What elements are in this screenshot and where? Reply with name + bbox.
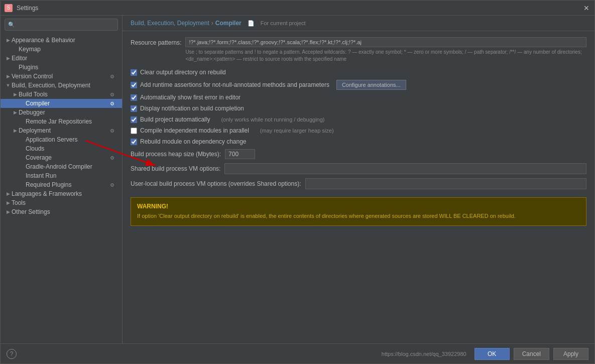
sidebar-item-label: Application Servers [26, 136, 118, 143]
window-title: Settings [17, 5, 582, 12]
sidebar-item-required-plugins[interactable]: Required Plugins ⚙ [1, 180, 122, 189]
expand-arrow [19, 136, 26, 143]
sidebar-item-clouds[interactable]: Clouds [1, 144, 122, 153]
expand-arrow [12, 46, 19, 53]
compiler-panel: Resource patterns: Use ; to separate pat… [123, 31, 594, 343]
clear-output-row: Clear output directory on rebuild [131, 69, 586, 76]
auto-show-error-checkbox[interactable] [131, 94, 137, 101]
sidebar-item-app-servers[interactable]: Application Servers [1, 135, 122, 144]
heap-size-input[interactable] [225, 149, 255, 159]
user-vm-input[interactable] [305, 178, 587, 189]
clear-output-checkbox[interactable] [131, 69, 137, 76]
user-vm-label: User-local build process VM options (ove… [131, 180, 301, 187]
expand-arrow [19, 163, 26, 170]
sidebar-item-label: Compiler [26, 100, 110, 107]
resource-patterns-label: Resource patterns: [131, 37, 181, 46]
warning-text: If option 'Clear output directory on reb… [137, 212, 580, 220]
expand-arrow [12, 64, 19, 71]
sidebar-item-build-tools[interactable]: ▶ Build Tools ⚙ [1, 90, 122, 99]
breadcrumb-sub-icon: 📄 [248, 20, 255, 27]
search-input[interactable] [17, 22, 114, 28]
sidebar-item-label: Plugins [19, 64, 118, 71]
sidebar-item-label: Clouds [26, 145, 118, 152]
breadcrumb-parent[interactable]: Build, Execution, Deployment [131, 20, 209, 27]
settings-icon: ⚙ [110, 92, 118, 97]
apply-button[interactable]: Apply [553, 348, 588, 360]
expand-arrow: ▶ [5, 37, 12, 44]
settings-icon: ⚙ [110, 74, 118, 79]
help-button[interactable]: ? [7, 349, 17, 359]
build-auto-hint: (only works while not running / debuggin… [221, 116, 324, 123]
sidebar-item-label: Other Settings [12, 208, 118, 215]
expand-arrow: ▶ [5, 199, 12, 206]
sidebar-item-appearance[interactable]: ▶ Appearance & Behavior [1, 36, 122, 45]
sidebar-item-label: Remote Jar Repositories [26, 118, 118, 125]
sidebar-item-compiler[interactable]: Compiler ⚙ [1, 99, 122, 108]
breadcrumb-separator: › [211, 20, 213, 27]
shared-vm-row: Shared build process VM options: [131, 163, 586, 174]
sidebar-item-plugins[interactable]: Plugins [1, 63, 122, 72]
settings-icon: ⚙ [110, 128, 118, 134]
shared-vm-input[interactable] [224, 163, 586, 174]
settings-tree: ▶ Appearance & Behavior Keymap ▶ Editor … [1, 34, 122, 343]
display-notification-checkbox[interactable] [131, 105, 137, 112]
expand-arrow [19, 100, 26, 107]
expand-arrow: ▼ [5, 82, 12, 89]
sidebar-item-debugger[interactable]: ▶ Debugger [1, 108, 122, 117]
expand-arrow [19, 181, 26, 188]
sidebar-item-label: Instant Run [26, 172, 118, 179]
sidebar-item-keymap[interactable]: Keymap [1, 45, 122, 54]
add-runtime-checkbox[interactable] [131, 82, 137, 88]
configure-annotations-button[interactable]: Configure annotations... [336, 80, 406, 90]
resource-patterns-row: Resource patterns: Use ; to separate pat… [131, 37, 586, 63]
sidebar-item-editor[interactable]: ▶ Editor [1, 54, 122, 63]
rebuild-dependency-checkbox[interactable] [131, 139, 137, 145]
sidebar-item-build-execution[interactable]: ▼ Build, Execution, Deployment [1, 81, 122, 90]
main-panel: Build, Execution, Deployment › Compiler … [123, 16, 594, 343]
sidebar-item-languages[interactable]: ▶ Languages & Frameworks [1, 189, 122, 198]
search-icon: 🔍 [8, 22, 15, 28]
sidebar-item-other-settings[interactable]: ▶ Other Settings [1, 207, 122, 216]
expand-arrow: ▶ [12, 91, 19, 98]
title-bar: S Settings ✕ [1, 1, 594, 16]
settings-window: S Settings ✕ 🔍 ▶ Appearance & Behavior K… [0, 0, 595, 364]
add-runtime-label: Add runtime assertions for not-null-anno… [140, 81, 329, 88]
sidebar-item-deployment[interactable]: ▶ Deployment ⚙ [1, 126, 122, 135]
footer: ? https://blog.csdn.net/qq_33922980 OK C… [1, 343, 594, 363]
user-vm-row: User-local build process VM options (ove… [131, 178, 586, 189]
breadcrumb-current: Compiler [215, 20, 242, 27]
build-auto-row: Build project automatically (only works … [131, 116, 586, 123]
resource-patterns-wrap: Use ; to separate patterns and ! to nega… [185, 37, 586, 63]
rebuild-dependency-label: Rebuild module on dependency change [140, 138, 247, 145]
sidebar-item-label: Tools [12, 199, 118, 206]
breadcrumb-bar: Build, Execution, Deployment › Compiler … [123, 16, 594, 31]
close-button[interactable]: ✕ [582, 4, 590, 12]
sidebar-item-instant-run[interactable]: Instant Run [1, 171, 122, 180]
breadcrumb-sub-text: For current project [261, 20, 306, 26]
expand-arrow: ▶ [5, 73, 12, 80]
sidebar-item-label: Editor [12, 55, 118, 62]
cancel-button[interactable]: Cancel [514, 348, 549, 360]
ok-button[interactable]: OK [474, 348, 510, 360]
footer-left: ? [7, 349, 17, 359]
resource-patterns-hint: Use ; to separate patterns and ! to nega… [185, 49, 586, 63]
sidebar-item-remote-jar[interactable]: Remote Jar Repositories [1, 117, 122, 126]
sidebar-item-label: Coverage [26, 154, 110, 161]
expand-arrow: ▶ [5, 208, 12, 215]
compile-parallel-hint: (may require larger heap size) [260, 128, 334, 134]
footer-url: https://blog.csdn.net/qq_33922980 [382, 351, 466, 357]
auto-show-error-label: Automatically show first error in editor [140, 94, 241, 101]
search-box[interactable]: 🔍 [5, 19, 118, 31]
build-auto-checkbox[interactable] [131, 116, 137, 123]
resource-patterns-input[interactable] [185, 37, 586, 47]
sidebar-item-label: Required Plugins [26, 181, 110, 188]
warning-title: WARNING! [137, 203, 580, 210]
sidebar-item-label: Debugger [19, 109, 118, 116]
sidebar-item-gradle-android[interactable]: Gradle-Android Compiler [1, 162, 122, 171]
sidebar-item-version-control[interactable]: ▶ Version Control ⚙ [1, 72, 122, 81]
sidebar-item-tools[interactable]: ▶ Tools [1, 198, 122, 207]
sidebar-item-coverage[interactable]: Coverage ⚙ [1, 153, 122, 162]
warning-box: WARNING! If option 'Clear output directo… [131, 197, 586, 226]
compile-parallel-checkbox[interactable] [131, 128, 137, 134]
expand-arrow [19, 154, 26, 161]
